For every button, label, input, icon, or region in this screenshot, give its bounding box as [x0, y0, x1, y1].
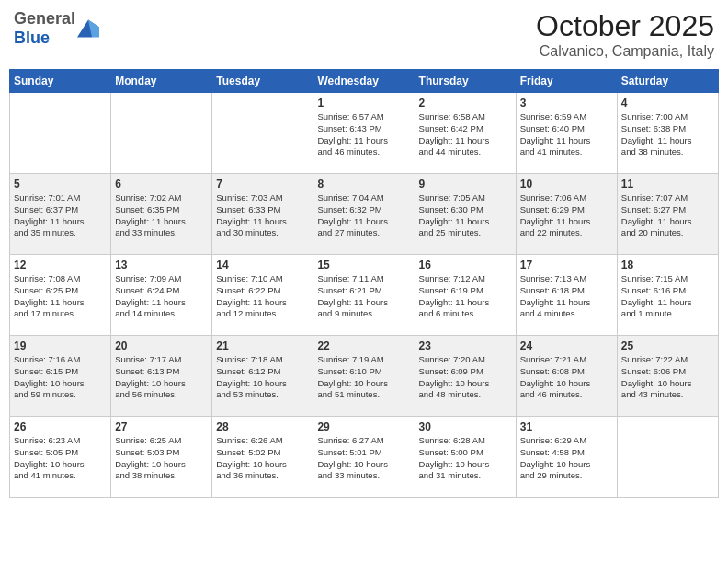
date-number: 5	[14, 178, 107, 190]
date-number: 30	[419, 420, 512, 433]
calendar-header-row: SundayMondayTuesdayWednesdayThursdayFrid…	[10, 70, 719, 93]
cell-info: Sunrise: 7:06 AM Sunset: 6:29 PM Dayligh…	[520, 192, 613, 239]
calendar-cell: 30Sunrise: 6:28 AM Sunset: 5:00 PM Dayli…	[415, 417, 516, 498]
cell-info: Sunrise: 6:28 AM Sunset: 5:00 PM Dayligh…	[419, 435, 512, 482]
calendar-cell: 19Sunrise: 7:16 AM Sunset: 6:15 PM Dayli…	[10, 336, 111, 417]
date-number: 13	[115, 259, 208, 271]
cell-info: Sunrise: 7:12 AM Sunset: 6:19 PM Dayligh…	[419, 273, 512, 320]
week-row-2: 12Sunrise: 7:08 AM Sunset: 6:25 PM Dayli…	[10, 255, 719, 336]
cell-info: Sunrise: 7:19 AM Sunset: 6:10 PM Dayligh…	[317, 354, 410, 401]
date-number: 8	[317, 178, 410, 190]
calendar-cell: 22Sunrise: 7:19 AM Sunset: 6:10 PM Dayli…	[313, 336, 415, 417]
calendar-cell: 10Sunrise: 7:06 AM Sunset: 6:29 PM Dayli…	[516, 174, 617, 255]
cell-info: Sunrise: 6:59 AM Sunset: 6:40 PM Dayligh…	[520, 111, 613, 158]
cell-info: Sunrise: 6:29 AM Sunset: 4:58 PM Dayligh…	[520, 435, 613, 482]
cell-info: Sunrise: 7:15 AM Sunset: 6:16 PM Dayligh…	[621, 273, 714, 320]
calendar-cell: 1Sunrise: 6:57 AM Sunset: 6:43 PM Daylig…	[313, 93, 415, 174]
date-number: 4	[621, 97, 714, 109]
date-number: 1	[317, 97, 410, 109]
calendar-cell: 3Sunrise: 6:59 AM Sunset: 6:40 PM Daylig…	[516, 93, 617, 174]
logo-icon	[77, 19, 99, 38]
day-header-tuesday: Tuesday	[212, 70, 313, 93]
calendar-cell: 16Sunrise: 7:12 AM Sunset: 6:19 PM Dayli…	[415, 255, 516, 336]
date-number: 28	[216, 420, 309, 433]
cell-info: Sunrise: 7:07 AM Sunset: 6:27 PM Dayligh…	[621, 192, 714, 239]
day-header-wednesday: Wednesday	[313, 70, 415, 93]
calendar-cell	[617, 417, 718, 498]
cell-info: Sunrise: 7:03 AM Sunset: 6:33 PM Dayligh…	[216, 192, 309, 239]
date-number: 27	[115, 420, 208, 433]
calendar-cell: 23Sunrise: 7:20 AM Sunset: 6:09 PM Dayli…	[415, 336, 516, 417]
cell-info: Sunrise: 7:13 AM Sunset: 6:18 PM Dayligh…	[520, 273, 613, 320]
calendar-cell: 2Sunrise: 6:58 AM Sunset: 6:42 PM Daylig…	[415, 93, 516, 174]
date-number: 11	[621, 178, 714, 190]
calendar-cell: 7Sunrise: 7:03 AM Sunset: 6:33 PM Daylig…	[212, 174, 313, 255]
day-header-saturday: Saturday	[617, 70, 718, 93]
calendar-cell: 5Sunrise: 7:01 AM Sunset: 6:37 PM Daylig…	[10, 174, 111, 255]
calendar-cell: 15Sunrise: 7:11 AM Sunset: 6:21 PM Dayli…	[313, 255, 415, 336]
date-number: 10	[520, 178, 613, 190]
calendar-cell: 13Sunrise: 7:09 AM Sunset: 6:24 PM Dayli…	[111, 255, 212, 336]
cell-info: Sunrise: 6:23 AM Sunset: 5:05 PM Dayligh…	[14, 435, 107, 482]
date-number: 17	[520, 259, 613, 271]
date-number: 21	[216, 339, 309, 352]
calendar-cell: 26Sunrise: 6:23 AM Sunset: 5:05 PM Dayli…	[10, 417, 111, 498]
calendar-cell: 4Sunrise: 7:00 AM Sunset: 6:38 PM Daylig…	[617, 93, 718, 174]
calendar-cell: 14Sunrise: 7:10 AM Sunset: 6:22 PM Dayli…	[212, 255, 313, 336]
week-row-0: 1Sunrise: 6:57 AM Sunset: 6:43 PM Daylig…	[10, 93, 719, 174]
date-number: 29	[317, 420, 410, 433]
week-row-1: 5Sunrise: 7:01 AM Sunset: 6:37 PM Daylig…	[10, 174, 719, 255]
title-block: October 2025 Calvanico, Campania, Italy	[536, 9, 714, 60]
calendar-cell	[111, 93, 212, 174]
cell-info: Sunrise: 6:25 AM Sunset: 5:03 PM Dayligh…	[115, 435, 208, 482]
date-number: 3	[520, 97, 613, 109]
cell-info: Sunrise: 7:04 AM Sunset: 6:32 PM Dayligh…	[317, 192, 410, 239]
cell-info: Sunrise: 7:10 AM Sunset: 6:22 PM Dayligh…	[216, 273, 309, 320]
week-row-4: 26Sunrise: 6:23 AM Sunset: 5:05 PM Dayli…	[10, 417, 719, 498]
date-number: 18	[621, 259, 714, 271]
calendar-table: SundayMondayTuesdayWednesdayThursdayFrid…	[9, 69, 719, 498]
date-number: 15	[317, 259, 410, 271]
calendar-cell: 9Sunrise: 7:05 AM Sunset: 6:30 PM Daylig…	[415, 174, 516, 255]
calendar-cell: 6Sunrise: 7:02 AM Sunset: 6:35 PM Daylig…	[111, 174, 212, 255]
date-number: 12	[14, 259, 107, 271]
cell-info: Sunrise: 7:11 AM Sunset: 6:21 PM Dayligh…	[317, 273, 410, 320]
month-title: October 2025	[536, 9, 714, 43]
cell-info: Sunrise: 7:00 AM Sunset: 6:38 PM Dayligh…	[621, 111, 714, 158]
calendar-cell: 12Sunrise: 7:08 AM Sunset: 6:25 PM Dayli…	[10, 255, 111, 336]
cell-info: Sunrise: 6:57 AM Sunset: 6:43 PM Dayligh…	[317, 111, 410, 158]
logo-blue: Blue	[14, 29, 50, 47]
cell-info: Sunrise: 7:09 AM Sunset: 6:24 PM Dayligh…	[115, 273, 208, 320]
cell-info: Sunrise: 7:17 AM Sunset: 6:13 PM Dayligh…	[115, 354, 208, 401]
calendar-cell: 31Sunrise: 6:29 AM Sunset: 4:58 PM Dayli…	[516, 417, 617, 498]
cell-info: Sunrise: 6:26 AM Sunset: 5:02 PM Dayligh…	[216, 435, 309, 482]
cell-info: Sunrise: 7:20 AM Sunset: 6:09 PM Dayligh…	[419, 354, 512, 401]
calendar-cell: 25Sunrise: 7:22 AM Sunset: 6:06 PM Dayli…	[617, 336, 718, 417]
day-header-thursday: Thursday	[415, 70, 516, 93]
calendar-cell	[212, 93, 313, 174]
date-number: 22	[317, 339, 410, 352]
date-number: 7	[216, 178, 309, 190]
calendar-cell: 21Sunrise: 7:18 AM Sunset: 6:12 PM Dayli…	[212, 336, 313, 417]
date-number: 9	[419, 178, 512, 190]
date-number: 14	[216, 259, 309, 271]
date-number: 31	[520, 420, 613, 433]
location-title: Calvanico, Campania, Italy	[536, 43, 714, 60]
cell-info: Sunrise: 6:27 AM Sunset: 5:01 PM Dayligh…	[317, 435, 410, 482]
cell-info: Sunrise: 7:02 AM Sunset: 6:35 PM Dayligh…	[115, 192, 208, 239]
logo: General Blue	[14, 9, 99, 48]
calendar-cell: 18Sunrise: 7:15 AM Sunset: 6:16 PM Dayli…	[617, 255, 718, 336]
date-number: 24	[520, 339, 613, 352]
page-header: General Blue October 2025 Calvanico, Cam…	[9, 9, 719, 60]
date-number: 19	[14, 339, 107, 352]
logo-text: General Blue	[14, 9, 75, 48]
cell-info: Sunrise: 7:01 AM Sunset: 6:37 PM Dayligh…	[14, 192, 107, 239]
calendar-cell: 17Sunrise: 7:13 AM Sunset: 6:18 PM Dayli…	[516, 255, 617, 336]
date-number: 2	[419, 97, 512, 109]
date-number: 26	[14, 420, 107, 433]
date-number: 16	[419, 259, 512, 271]
calendar-cell: 28Sunrise: 6:26 AM Sunset: 5:02 PM Dayli…	[212, 417, 313, 498]
date-number: 25	[621, 339, 714, 352]
week-row-3: 19Sunrise: 7:16 AM Sunset: 6:15 PM Dayli…	[10, 336, 719, 417]
date-number: 23	[419, 339, 512, 352]
